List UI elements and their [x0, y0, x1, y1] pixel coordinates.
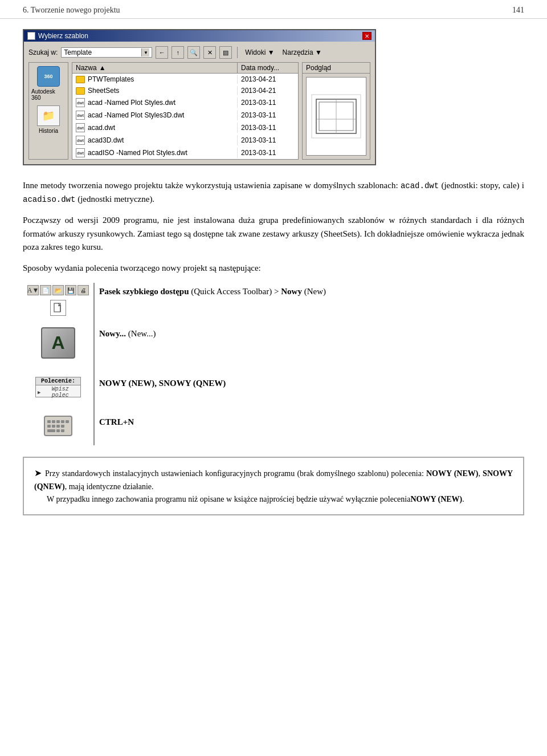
key-4	[61, 420, 64, 423]
key-5	[66, 420, 69, 423]
commands-table: A▼ 📄 📂 💾 🖨	[23, 283, 524, 445]
autodesk-cloud-icon: 360	[37, 66, 60, 87]
autodesk-icon-cell: A	[23, 318, 94, 368]
paragraph-2: Począwszy od wersji 2009 programu, nie j…	[23, 214, 524, 254]
new-doc-svg	[53, 303, 63, 313]
key-11	[61, 429, 64, 432]
p1-end: (jednostki metryczne).	[75, 194, 154, 204]
key-8	[56, 425, 60, 428]
qat-box-new: 📄	[40, 285, 51, 295]
date-column-header[interactable]: Data mody...	[238, 63, 298, 73]
p1-mid: (jednostki: stopy, cale) i	[439, 181, 524, 190]
tip-code1: NOWY (NEW)	[426, 469, 479, 478]
file-date-6: 2013-03-11	[238, 148, 298, 157]
qat-desc-cell: Pasek szybkiego dostępu (Quick Access To…	[94, 283, 524, 318]
file-label-3: acad -Named Plot Styles3D.dwt	[88, 111, 184, 119]
file-row-2[interactable]: dwt acad -Named Plot Styles.dwt 2013-03-…	[72, 96, 298, 109]
dialog-preview: Podgląd	[302, 62, 370, 160]
dwt-icon-6: dwt	[76, 148, 85, 157]
key-wide	[47, 429, 55, 432]
views-button[interactable]: ▤	[219, 46, 232, 59]
folder-combo[interactable]: Template ▼	[61, 47, 152, 58]
file-list-header: Nazwa ▲ Data mody...	[72, 63, 298, 74]
qat-box-save: 💾	[65, 285, 76, 295]
file-date-0: 2013-04-21	[238, 75, 298, 84]
command-row-keyboard: CTRL+N	[23, 407, 524, 445]
p1-code2: acadiso.dwt	[23, 195, 75, 204]
command-row-cmdline: Polecenie: ▶ Wpisz polec NOWY (NEW), SNO…	[23, 368, 524, 407]
nowy-new-label: (New...)	[126, 329, 156, 338]
qat-box-open: 📂	[52, 285, 64, 295]
dwt-icon-2: dwt	[76, 98, 85, 107]
dwt-icon-5: dwt	[76, 136, 85, 145]
key-1	[47, 420, 51, 423]
keyboard-keys	[47, 420, 69, 432]
file-row-3[interactable]: dwt acad -Named Plot Styles3D.dwt 2013-0…	[72, 109, 298, 121]
dialog-toolbar: Szukaj w: Template ▼ ← ↑ 🔍 ✕ ▤ Widoki ▼ …	[28, 46, 370, 59]
dialog-titlebar: Wybierz szablon ✕	[24, 30, 375, 42]
folder-icon-0	[76, 76, 85, 83]
qat-top-row: A▼ 📄 📂 💾 🖨	[27, 285, 89, 295]
name-column-header[interactable]: Nazwa ▲	[72, 63, 238, 73]
chapter-title: 6. Tworzenie nowego projektu	[23, 6, 120, 15]
key-row-1	[47, 420, 69, 423]
qat-icon-cell: A▼ 📄 📂 💾 🖨	[23, 283, 94, 318]
tip-arrow: ➤	[34, 468, 42, 478]
file-row-1[interactable]: SheetSets 2013-04-21	[72, 85, 298, 96]
cmdline-placeholder: Wpisz polec	[42, 386, 79, 399]
up-button[interactable]: ↑	[172, 46, 184, 59]
p1-code1: acad.dwt	[401, 181, 439, 190]
key-7	[52, 425, 55, 428]
dialog-title: Wybierz szablon	[38, 32, 88, 40]
narzedzia-button[interactable]: Narzędzia ▼	[280, 48, 324, 57]
sort-arrow: ▲	[99, 64, 106, 72]
qat-box-print: 🖨	[77, 285, 89, 295]
paragraph-1: Inne metody tworzenia nowego projektu ta…	[23, 179, 524, 206]
file-label-5: acad3D.dwt	[88, 136, 124, 144]
autodesk-label: Autodesk 360	[31, 88, 66, 101]
file-name-1: SheetSets	[72, 86, 238, 95]
file-row-5[interactable]: dwt acad3D.dwt 2013-03-11	[72, 134, 298, 147]
tip-line1: Przy standardowych instalacyjnych ustawi…	[45, 469, 426, 478]
p1-text: Inne metody tworzenia nowego projektu ta…	[23, 181, 401, 190]
preview-drawing	[311, 94, 362, 139]
widoki-button[interactable]: Widoki ▼	[243, 48, 276, 57]
autodesk-a-button: A	[41, 327, 75, 359]
key-2	[52, 420, 55, 423]
file-label-2: acad -Named Plot Styles.dwt	[88, 99, 175, 107]
file-date-5: 2013-03-11	[238, 136, 298, 145]
file-list: Nazwa ▲ Data mody... PTWTemplates	[72, 62, 299, 160]
qat-desc-end: (New)	[302, 287, 326, 296]
file-name-6: dwt acadISO -Named Plot Styles.dwt	[72, 148, 238, 158]
file-area: 360 Autodesk 360 📁 Historia Nazwa ▲	[28, 62, 370, 160]
delete-button[interactable]: ✕	[203, 46, 216, 59]
back-button[interactable]: ←	[156, 46, 168, 59]
close-button[interactable]: ✕	[362, 32, 372, 40]
cmdline-bottom: ▶ Wpisz polec	[36, 385, 80, 399]
file-name-3: dwt acad -Named Plot Styles3D.dwt	[72, 110, 238, 120]
search-button[interactable]: 🔍	[187, 46, 200, 59]
qat-icons: A▼ 📄 📂 💾 🖨	[27, 285, 89, 316]
key-6	[47, 425, 51, 428]
search-label: Szukaj w:	[28, 48, 58, 56]
ctrl-n-label: CTRL+N	[99, 417, 134, 426]
tip-end1: , mają identyczne działanie.	[65, 482, 154, 491]
file-name-4: dwt acad.dwt	[72, 123, 238, 133]
key-row-2	[47, 425, 69, 428]
autodesk-desc-cell: Nowy... (New...)	[94, 318, 524, 368]
file-row-4[interactable]: dwt acad.dwt 2013-03-11	[72, 121, 298, 134]
file-row-6[interactable]: dwt acadISO -Named Plot Styles.dwt 2013-…	[72, 147, 298, 159]
sidebar-autodesk[interactable]: 360 Autodesk 360	[31, 66, 66, 101]
key-3	[56, 420, 60, 423]
cmdline-widget: Polecenie: ▶ Wpisz polec	[35, 377, 81, 397]
cmdline-prompt-icon: ▶	[38, 389, 40, 396]
tip-comma: ,	[478, 469, 483, 478]
dialog-icon	[27, 32, 35, 40]
dwt-icon-3: dwt	[76, 111, 85, 120]
sidebar-historia[interactable]: 📁 Historia	[37, 105, 60, 134]
cmdline-desc-text: NOWY (NEW), SNOWY (QNEW)	[99, 379, 226, 388]
page-number: 141	[512, 6, 524, 15]
file-row-0[interactable]: PTWTemplates 2013-04-21	[72, 74, 298, 85]
date-header-label: Data mody...	[241, 64, 279, 72]
tip-period: .	[462, 495, 464, 503]
